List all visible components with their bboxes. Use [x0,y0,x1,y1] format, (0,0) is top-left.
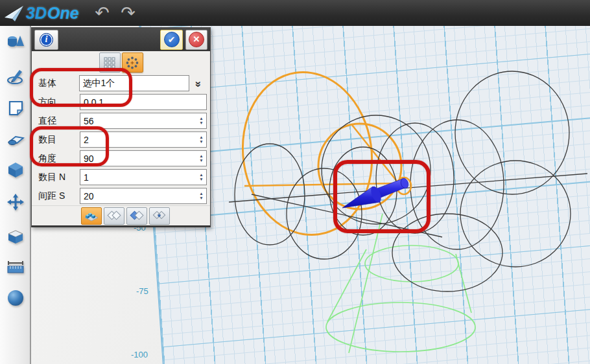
spin-down-icon[interactable]: ▼ [197,177,206,182]
material-sphere-icon [6,289,25,307]
sketch-plane-icon [7,100,25,117]
instances-copy-icon [129,210,145,222]
dialog-fields: 基体 » 方向 直径 ▲▼ 数目 ▲▼ 角度 ▲▼ [32,73,210,205]
direction-input[interactable] [80,94,207,110]
sidebar-item-move-transform[interactable] [3,189,29,215]
move-arrows-icon [6,193,25,211]
confirm-button[interactable]: ✔ [160,30,183,50]
count-input[interactable] [80,131,207,148]
dialog-header: i ✔ ✕ [32,28,210,51]
circular-pattern-icon [126,56,139,69]
circular-pattern-button[interactable] [122,52,143,73]
angle-input[interactable] [80,150,207,166]
undo-button[interactable]: ↶ [89,1,115,25]
instances-copy-button[interactable] [126,207,147,225]
base-input[interactable] [79,75,189,91]
app-logo: 3DOne [4,4,79,23]
sidebar-item-sketch-draw[interactable] [3,63,29,89]
field-label: 数目 N [33,172,80,183]
field-label: 间距 S [33,190,80,202]
instances-solid-icon [84,209,99,222]
field-row-direction: 方向 [33,93,209,111]
spin-down-icon[interactable]: ▼ [197,121,206,126]
field-row-diameter: 直径 ▲▼ [33,111,209,130]
assembly-icon [6,228,25,245]
instances-reference-button[interactable] [149,207,170,225]
sidebar-item-assembly-blocks[interactable] [3,223,29,249]
spin-down-icon[interactable]: ▼ [197,159,206,163]
spin-down-icon[interactable]: ▼ [197,196,206,201]
sidebar-item-sketch-plane[interactable] [3,95,29,121]
logo-text: 3DOne [26,4,79,23]
linear-pattern-button[interactable] [99,52,121,73]
instances-solid-button[interactable] [81,207,102,225]
ruler-icon [6,260,25,275]
info-button[interactable]: i [34,30,58,50]
instances-ghost-icon [106,210,122,222]
field-label: 数目 [33,134,80,146]
top-bar: 3DOne ↶ ↷ [0,0,590,26]
linear-pattern-icon [104,57,115,69]
green-cone-wireframe [326,214,475,353]
app-window: 3DOne ↶ ↷ [0,0,590,364]
expand-chevron-icon[interactable]: » [191,76,205,91]
check-icon: ✔ [164,32,180,47]
cube-icon [7,161,24,178]
spin-down-icon[interactable]: ▼ [197,140,206,144]
orange-pattern-circles [232,63,401,243]
field-row-count-n: 数目 N ▲▼ [33,168,209,187]
close-icon: ✕ [189,32,204,47]
sidebar-item-material-sphere[interactable] [3,285,29,311]
instances-reference-icon [152,210,167,222]
field-label: 方向 [33,97,80,108]
field-row-base: 基体 » [33,74,209,93]
sidebar-item-solid-primitives[interactable] [3,28,29,54]
wireframe-circles [229,71,587,291]
paper-plane-icon [4,4,25,22]
sketch-pen-icon [6,67,25,84]
cancel-button[interactable]: ✕ [185,30,207,50]
info-icon: i [40,33,53,47]
field-row-spacing-s: 间距 S ▲▼ [33,187,209,205]
spacing-s-input[interactable] [80,188,207,204]
sidebar-item-feature-cube[interactable] [3,157,29,183]
circular-pattern-dialog: i ✔ ✕ [31,27,211,227]
field-label: 直径 [33,115,80,127]
redo-button[interactable]: ↷ [115,1,141,25]
field-label: 基体 [33,78,79,89]
sidebar-item-measure-ruler[interactable] [3,255,29,280]
instances-ghost-button[interactable] [104,207,124,225]
instance-mode-toolbar [32,205,210,225]
pattern-mode-toggle [32,51,210,73]
field-row-count: 数目 ▲▼ [33,130,209,149]
field-row-angle: 角度 ▲▼ [33,149,209,168]
solid-primitives-icon [6,33,25,50]
count-n-input[interactable] [80,169,207,185]
tool-sidebar [0,26,31,364]
diameter-input[interactable] [80,113,207,129]
sidebar-item-edit-feature[interactable] [3,126,29,152]
field-label: 角度 [33,153,80,165]
edit-feature-icon [6,131,25,147]
